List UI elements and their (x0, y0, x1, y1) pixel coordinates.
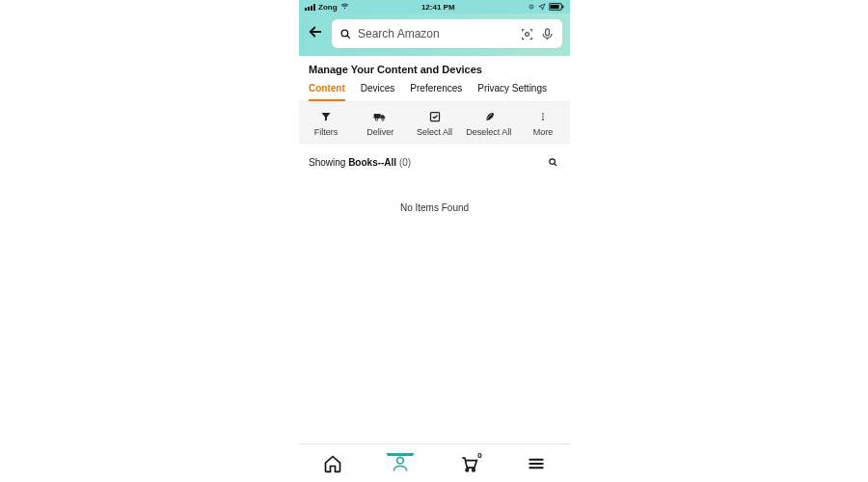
user-icon (391, 454, 410, 473)
wifi-icon (340, 2, 349, 13)
tab-content[interactable]: Content (309, 83, 345, 101)
filters-button[interactable]: Filters (299, 102, 353, 143)
svg-point-19 (472, 469, 475, 471)
svg-point-6 (341, 30, 348, 37)
battery-icon (549, 3, 564, 11)
tab-bar: Content Devices Preferences Privacy Sett… (309, 83, 560, 101)
tab-privacy-settings[interactable]: Privacy Settings (477, 83, 547, 101)
deliver-button[interactable]: Deliver (353, 102, 407, 143)
more-vertical-icon (516, 110, 570, 123)
showing-text: Showing Books--All (0) (309, 157, 411, 168)
feather-icon (462, 110, 516, 123)
more-label: More (516, 127, 570, 137)
svg-point-15 (542, 119, 544, 120)
svg-rect-4 (550, 5, 558, 9)
svg-point-11 (382, 119, 384, 120)
showing-row: Showing Books--All (0) (299, 144, 570, 172)
signal-icon (305, 4, 315, 11)
svg-point-0 (343, 7, 344, 8)
svg-rect-8 (546, 28, 550, 35)
search-bar[interactable] (332, 19, 562, 48)
svg-point-18 (466, 469, 469, 471)
showing-prefix: Showing (309, 157, 348, 168)
truck-icon (353, 110, 407, 123)
nav-account[interactable] (383, 454, 418, 473)
svg-point-2 (530, 6, 531, 7)
select-all-button[interactable]: Select All (407, 102, 461, 143)
svg-point-10 (376, 119, 378, 120)
nav-cart[interactable]: 0 (451, 454, 486, 473)
deselect-all-label: Deselect All (462, 127, 516, 137)
status-right (528, 3, 564, 11)
bottom-nav: 0 (299, 443, 570, 482)
tab-preferences[interactable]: Preferences (410, 83, 462, 101)
deliver-label: Deliver (353, 127, 407, 137)
empty-state: No Items Found (299, 202, 570, 213)
nav-menu[interactable] (519, 454, 554, 473)
app-header (299, 13, 570, 56)
svg-rect-5 (562, 6, 563, 9)
select-all-label: Select All (407, 127, 461, 137)
status-left: Zong (305, 2, 349, 13)
more-button[interactable]: More (516, 102, 570, 143)
svg-point-16 (550, 159, 556, 165)
showing-count: (0) (396, 157, 411, 168)
svg-point-17 (397, 457, 404, 464)
filters-label: Filters (299, 127, 353, 137)
status-time: 12:41 PM (421, 3, 455, 12)
checkbox-checked-icon (407, 110, 461, 123)
camera-lens-icon[interactable] (520, 27, 534, 41)
back-button[interactable] (307, 23, 324, 45)
svg-rect-9 (374, 114, 381, 119)
filter-icon (299, 110, 353, 123)
search-icon (339, 28, 352, 40)
nav-home[interactable] (315, 454, 350, 473)
svg-rect-12 (430, 113, 439, 121)
search-input[interactable] (358, 27, 514, 40)
location-icon (528, 3, 535, 11)
deselect-all-button[interactable]: Deselect All (462, 102, 516, 143)
cart-icon (459, 454, 478, 473)
tab-devices[interactable]: Devices (361, 83, 395, 101)
content-toolbar: Filters Deliver Select All Deselect All … (299, 101, 570, 144)
hamburger-icon (527, 454, 546, 473)
svg-point-7 (526, 32, 529, 36)
microphone-icon[interactable] (540, 27, 555, 41)
svg-point-13 (542, 113, 544, 115)
page-title: Manage Your Content and Devices (309, 64, 560, 75)
cart-count-badge: 0 (477, 451, 481, 460)
carrier-label: Zong (318, 3, 338, 12)
nav-arrow-icon (538, 3, 546, 11)
home-icon (323, 454, 342, 473)
svg-point-14 (542, 116, 544, 118)
showing-category: Books--All (348, 157, 396, 168)
content-search-icon[interactable] (548, 157, 558, 168)
status-bar: Zong 12:41 PM (299, 0, 570, 13)
